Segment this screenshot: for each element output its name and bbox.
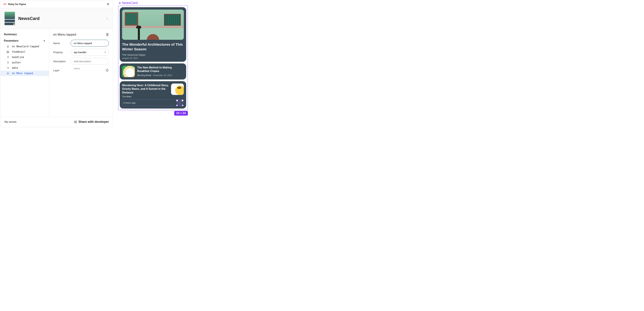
param-label: date: [12, 66, 18, 70]
svg-point-3: [74, 122, 75, 122]
hero-headline: The Wonderful Architectures of This Wint…: [122, 42, 184, 52]
param-label: on Menu tapped: [12, 72, 33, 75]
selected-layer-outline[interactable]: 4 hours ago ⋮: [122, 100, 184, 106]
text-icon: T: [6, 66, 10, 70]
row2-thumbnail: [171, 84, 184, 95]
param-label: on NewsCard tapped: [12, 45, 39, 48]
name-input[interactable]: [70, 40, 109, 46]
detail-title: on Menu tapped: [53, 33, 76, 36]
tap-icon: [6, 72, 10, 75]
parameters-header: Parameters ＋: [0, 39, 49, 44]
row1-author: Morning Break: [137, 74, 152, 76]
row1-meta: Morning BreakNovember 10, 2021: [137, 74, 184, 76]
text-icon: T: [6, 61, 10, 64]
parameter-detail: on Menu tapped Name Property tap-handler…: [49, 29, 113, 116]
svg-point-2: [106, 69, 108, 71]
name-label: Name: [53, 42, 68, 44]
component-name: NewsCard: [18, 16, 102, 21]
svg-point-4: [76, 120, 76, 121]
svg-point-5: [76, 122, 76, 123]
row2-ago: 4 hours ago: [123, 102, 136, 104]
row-card-1[interactable]: The New Method to Making Breakfast Crepe…: [120, 64, 186, 80]
param-label: thumbnail: [12, 50, 26, 53]
share-icon: [74, 120, 77, 124]
svg-point-1: [7, 51, 8, 52]
add-parameter-icon[interactable]: ＋: [42, 39, 46, 42]
hero-author: The Seasonal Sagas: [122, 53, 184, 56]
frame-label[interactable]: ❖ NewsCard: [119, 1, 188, 5]
field-property: Property tap-handler ▾: [53, 49, 109, 56]
row1-headline: The New Method to Making Breakfast Crepe…: [137, 66, 184, 73]
menu-icon-selected[interactable]: ⋮: [177, 100, 183, 105]
hero-thumbnail: [122, 10, 184, 40]
figma-canvas: ❖ NewsCard The Wonderful Architectures o…: [118, 0, 188, 127]
param-label: headline: [12, 56, 24, 59]
row1-date: November 10, 2021: [153, 74, 172, 76]
share-button[interactable]: Share with developer: [74, 120, 109, 124]
row2-headline: Wondering Hour: A Childhood Story, Grizz…: [122, 84, 169, 94]
param-label: author: [12, 61, 21, 64]
frame-name: NewsCard: [122, 1, 138, 5]
field-layer: Layer menu: [53, 67, 109, 74]
property-value: tap-handler: [74, 51, 86, 54]
property-select[interactable]: tap-handler ▾: [70, 49, 109, 56]
share-label: Share with developer: [78, 120, 109, 124]
plugin-titlebar: Relay for Figma ✕: [0, 0, 113, 8]
hero-card[interactable]: The Wonderful Architectures of This Wint…: [120, 7, 186, 62]
component-thumbnail: [4, 11, 16, 26]
plugin-title: Relay for Figma: [8, 3, 104, 6]
newscard-frame[interactable]: The Wonderful Architectures of This Wint…: [118, 6, 188, 110]
property-label: Property: [53, 51, 68, 54]
summary-sidebar: Summary Parameters ＋ on NewsCard tappedt…: [0, 29, 49, 116]
image-icon: [6, 51, 10, 53]
tap-icon: [6, 45, 10, 48]
param-item-headline[interactable]: Theadline: [0, 54, 49, 60]
plugin-footer: No errors Share with developer: [0, 116, 113, 127]
plugin-body: Summary Parameters ＋ on NewsCard tappedt…: [0, 29, 113, 116]
text-icon: T: [6, 56, 10, 59]
parameter-list: on NewsCard tappedthumbnailTheadlineTaut…: [0, 44, 49, 76]
row1-thumbnail: [122, 66, 135, 77]
relay-plugin-panel: Relay for Figma ✕ NewsCard ⋮ Summary Par…: [0, 0, 113, 127]
layer-value: menu: [70, 67, 102, 74]
layer-label: Layer: [53, 69, 68, 72]
field-description: Description: [53, 58, 109, 64]
relay-logo-icon: [3, 3, 6, 5]
param-item-thumbnail[interactable]: thumbnail: [0, 49, 49, 54]
param-item-date[interactable]: Tdate: [0, 65, 49, 70]
param-item-on-newscard-tapped[interactable]: on NewsCard tapped: [0, 44, 49, 49]
more-menu-icon[interactable]: ⋮: [104, 16, 110, 21]
description-input[interactable]: [70, 58, 109, 64]
row2-author: The Bees: [122, 95, 132, 98]
row-card-2[interactable]: Wondering Hour: A Childhood Story, Grizz…: [120, 81, 186, 109]
selection-size-badge: 24 × 24: [174, 111, 188, 116]
field-name: Name: [53, 40, 109, 46]
param-item-author[interactable]: Tauthor: [0, 60, 49, 65]
param-item-on-menu-tapped[interactable]: on Menu tapped: [0, 70, 49, 76]
status-text: No errors: [4, 120, 16, 124]
parameters-label: Parameters: [4, 39, 18, 42]
hero-date: August 25, 2021: [122, 57, 184, 60]
chevron-down-icon: ▾: [105, 51, 106, 53]
description-label: Description: [53, 60, 68, 63]
close-icon[interactable]: ✕: [106, 2, 110, 6]
locate-layer-icon[interactable]: [106, 68, 109, 72]
summary-heading: Summary: [0, 33, 49, 39]
component-header: NewsCard ⋮: [0, 8, 113, 29]
component-set-icon: ❖: [119, 2, 121, 4]
delete-parameter-icon[interactable]: [106, 33, 109, 36]
